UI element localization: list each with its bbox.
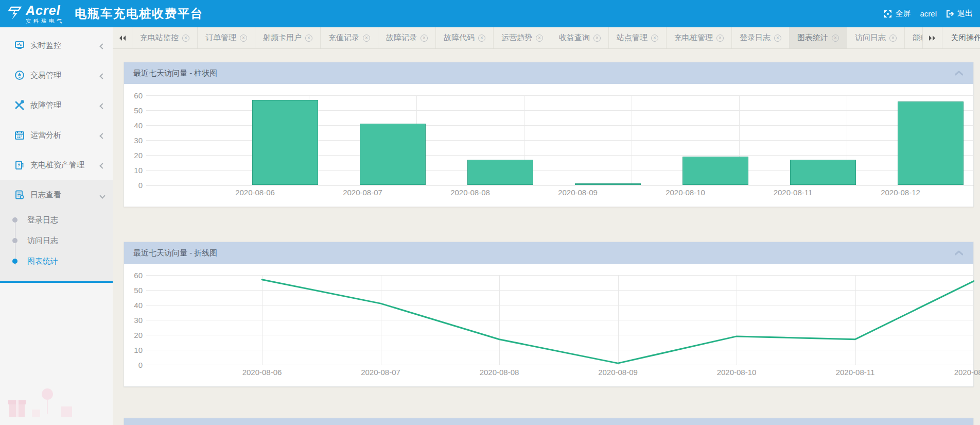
- x-axis-tick-label: 2020-08-11: [822, 368, 889, 377]
- collapse-chevron-icon[interactable]: [955, 71, 963, 76]
- tab-fault-codes[interactable]: 故障代码×: [436, 27, 494, 48]
- sidebar: 实时监控交易管理故障管理运营分析充电桩资产管理日志查看登录日志访问日志图表统计: [0, 27, 113, 425]
- x-axis-tick-label: 2020-08-11: [760, 188, 827, 197]
- chevron-left-icon: [100, 161, 104, 169]
- tabbar: 充电站监控×订单管理×射频卡用户×充值记录×故障记录×故障代码×运营趋势×收益查…: [113, 27, 980, 49]
- monitor-icon: [14, 40, 25, 50]
- logout-button[interactable]: 退出: [946, 9, 973, 19]
- tabs-scroll-right-button[interactable]: [922, 27, 942, 48]
- tab-close-icon[interactable]: ×: [716, 35, 724, 42]
- sidebar-subitem-chart-statistics[interactable]: 图表统计: [0, 251, 113, 271]
- tab-close-icon[interactable]: ×: [240, 35, 247, 42]
- tabs-scroll-left-button[interactable]: [113, 27, 132, 48]
- sidebar-subitem-access-log[interactable]: 访问日志: [0, 230, 113, 251]
- tab-operation-trend[interactable]: 运营趋势×: [494, 27, 551, 48]
- y-axis-tick-label: 20: [124, 151, 143, 160]
- log-icon: [14, 190, 25, 200]
- x-axis-tick-label: 2020-08-07: [347, 368, 414, 377]
- chevron-left-icon: [100, 71, 104, 80]
- acrel-logo: Acrel 安科瑞电气: [7, 4, 64, 24]
- bar-2020-08-12: [898, 101, 964, 185]
- third-panel-header: [124, 418, 973, 425]
- tab-close-icon[interactable]: ×: [363, 35, 370, 42]
- x-axis-tick-label: 2020-08-06: [222, 188, 289, 197]
- x-axis-tick-label: 2020-08-09: [545, 188, 611, 197]
- third-panel-cropped: [124, 418, 974, 425]
- tab-close-icon[interactable]: ×: [421, 35, 428, 42]
- sidebar-item-charging-pile-assets[interactable]: 充电桩资产管理: [0, 150, 113, 180]
- tab-label: 充电桩管理: [674, 33, 713, 43]
- tab-close-icon[interactable]: ×: [305, 35, 312, 42]
- open-tabs-list: 充电站监控×订单管理×射频卡用户×充值记录×故障记录×故障代码×运营趋势×收益查…: [132, 27, 922, 48]
- sidebar-item-log-viewing[interactable]: 日志查看: [0, 180, 113, 210]
- x-axis-tick-label: 2020-08-09: [585, 368, 652, 377]
- line-chart-panel-header: 最近七天访问量 - 折线图: [124, 242, 973, 264]
- sidebar-group-charging-pile-assets: 充电桩资产管理: [0, 150, 113, 180]
- acrel-logo-icon: [7, 6, 23, 22]
- sidebar-subitem-label: 登录日志: [27, 215, 58, 225]
- tab-login-log[interactable]: 登录日志×: [732, 27, 790, 48]
- tab-close-icon[interactable]: ×: [593, 35, 601, 42]
- tab-fault-records[interactable]: 故障记录×: [378, 27, 436, 48]
- tab-close-icon[interactable]: ×: [651, 35, 658, 42]
- sidebar-item-label: 充电桩资产管理: [30, 160, 84, 170]
- sidebar-item-label: 日志查看: [30, 190, 61, 200]
- fullscreen-label: 全屏: [895, 9, 911, 19]
- collapse-chevron-icon[interactable]: [955, 250, 963, 256]
- tab-close-icon[interactable]: ×: [182, 35, 189, 42]
- tab-close-icon[interactable]: ×: [889, 35, 897, 42]
- sidebar-subitem-label: 图表统计: [27, 257, 58, 266]
- tab-close-icon[interactable]: ×: [832, 35, 839, 42]
- sidebar-item-label: 实时监控: [30, 41, 61, 50]
- sidebar-subitem-login-log[interactable]: 登录日志: [0, 210, 113, 230]
- sidebar-item-operation-analysis[interactable]: 运营分析: [0, 120, 113, 150]
- sidebar-group-realtime-monitoring: 实时监控: [0, 30, 113, 60]
- tab-order-management[interactable]: 订单管理×: [198, 27, 255, 48]
- bar-2020-08-10: [682, 157, 748, 185]
- tab-charging-station-monitor[interactable]: 充电站监控×: [132, 27, 198, 48]
- fullscreen-button[interactable]: 全屏: [884, 9, 911, 19]
- tab-label: 充值记录: [328, 33, 359, 43]
- line-chart-panel: 最近七天访问量 - 折线图 01020304050602020-08-06202…: [124, 242, 974, 387]
- sidebar-item-realtime-monitoring[interactable]: 实时监控: [0, 30, 113, 60]
- tab-close-icon[interactable]: ×: [536, 35, 543, 42]
- y-axis-tick-label: 60: [124, 91, 143, 100]
- tab-rfid-card-users[interactable]: 射频卡用户×: [255, 27, 321, 48]
- chevron-left-icon: [100, 131, 104, 140]
- tab-chart-statistics[interactable]: 图表统计×: [790, 27, 847, 48]
- sidebar-group-transaction-management: 交易管理: [0, 60, 113, 90]
- line-chart: 01020304050602020-08-062020-08-072020-08…: [124, 264, 973, 386]
- bullet-dot-icon: [12, 259, 18, 264]
- logo-text: Acrel: [26, 4, 64, 17]
- header-right: 全屏 acrel 退出: [884, 9, 973, 19]
- sidebar-item-fault-management[interactable]: 故障管理: [0, 90, 113, 120]
- tab-access-log[interactable]: 访问日志×: [847, 27, 905, 48]
- sidebar-subitem-label: 访问日志: [27, 236, 58, 246]
- chevron-down-icon: [100, 191, 104, 199]
- app-title: 电瓶车充电桩收费平台: [75, 6, 203, 22]
- charging-pile-icon: [14, 160, 25, 170]
- close-operations-menu[interactable]: 关闭操作: [942, 27, 980, 48]
- x-axis-tick-label: 2020-08-08: [466, 368, 533, 377]
- fullscreen-icon: [884, 10, 892, 18]
- tab-label: 图表统计: [797, 33, 828, 43]
- sidebar-item-label: 运营分析: [30, 130, 61, 140]
- bar-chart-panel-header: 最近七天访问量 - 柱状图: [124, 62, 973, 84]
- bullet-dot-icon: [12, 238, 18, 243]
- tab-revenue-query[interactable]: 收益查询×: [551, 27, 609, 48]
- x-axis-tick-label: 2020-08-12: [940, 368, 980, 377]
- bullet-dot-icon: [12, 217, 18, 223]
- tab-close-icon[interactable]: ×: [774, 35, 781, 42]
- v-gridline: [632, 95, 632, 185]
- tab-label: 故障代码: [444, 33, 475, 43]
- username[interactable]: acrel: [920, 9, 937, 18]
- tab-charging-pile-management[interactable]: 充电桩管理×: [667, 27, 732, 48]
- tab-energy-report[interactable]: 能耗报表×: [905, 27, 922, 48]
- tab-recharge-records[interactable]: 充值记录×: [321, 27, 378, 48]
- sidebar-item-transaction-management[interactable]: 交易管理: [0, 60, 113, 90]
- tab-station-management[interactable]: 站点管理×: [609, 27, 667, 48]
- bar-chart-panel: 最近七天访问量 - 柱状图 01020304050602020-08-06202…: [124, 62, 974, 207]
- sidebar-group-log-viewing: 日志查看登录日志访问日志图表统计: [0, 180, 113, 283]
- tab-close-icon[interactable]: ×: [478, 35, 485, 42]
- x-axis-tick-label: 2020-08-07: [329, 188, 396, 197]
